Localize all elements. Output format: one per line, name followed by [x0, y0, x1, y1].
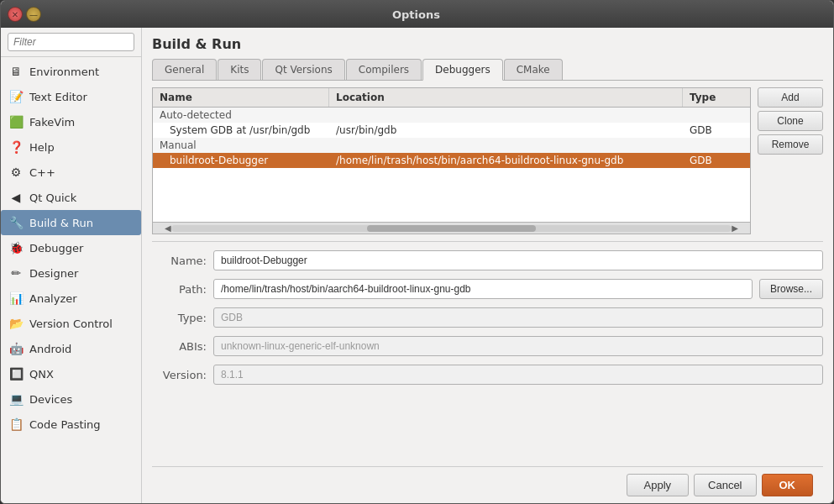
scroll-left-icon[interactable]: ◀	[165, 223, 171, 233]
close-button[interactable]: ✕	[8, 7, 23, 22]
scroll-right-icon[interactable]: ▶	[732, 223, 738, 233]
minimize-button[interactable]: —	[26, 7, 41, 22]
android-icon: 🤖	[8, 340, 24, 357]
type-row: Type:	[152, 307, 823, 328]
abis-row: ABIs:	[152, 336, 823, 356]
devices-icon: 💻	[8, 391, 24, 407]
sidebar-item-label: Help	[29, 141, 55, 154]
type-input	[213, 307, 823, 328]
scrollbar-track[interactable]	[171, 225, 732, 232]
sidebar-item-label: Environment	[29, 66, 99, 78]
tab-qtversions[interactable]: Qt Versions	[262, 59, 344, 80]
path-input[interactable]	[213, 279, 753, 299]
sidebar-item-codepasting[interactable]: 📋 Code Pasting	[1, 412, 141, 437]
content-area: 🖥 Environment 📝 Text Editor 🟩 FakeVim ❓ …	[1, 28, 833, 503]
versioncontrol-icon: 📂	[8, 315, 24, 332]
cell-name: System GDB at /usr/bin/gdb	[153, 123, 329, 138]
options-window: ✕ — Options 🖥 Environment 📝 Text Editor …	[0, 0, 834, 504]
cell-name-selected: buildroot-Debugger	[153, 153, 329, 168]
page-title: Build & Run	[152, 36, 823, 52]
analyzer-icon: 📊	[8, 290, 24, 307]
remove-button[interactable]: Remove	[758, 134, 823, 155]
sidebar-item-label: QNX	[29, 368, 54, 381]
detail-form: Name: Path: Browse... Type: ABIs:	[152, 241, 823, 393]
table-header: Name Location Type	[153, 88, 750, 108]
sidebar-item-label: C++	[29, 166, 55, 179]
table-section: Name Location Type Auto-detected System …	[152, 87, 823, 234]
cell-type: GDB	[683, 123, 750, 138]
cell-location: /usr/bin/gdb	[329, 123, 683, 138]
apply-button[interactable]: Apply	[627, 474, 690, 496]
sidebar-item-texteditor[interactable]: 📝 Text Editor	[1, 84, 141, 109]
scrollbar-thumb[interactable]	[367, 225, 535, 232]
table-scrollbar[interactable]: ◀ ▶	[153, 222, 750, 234]
bottom-bar: Apply Cancel OK	[152, 466, 823, 503]
sidebar-item-label: Analyzer	[29, 292, 77, 305]
table-row[interactable]: System GDB at /usr/bin/gdb /usr/bin/gdb …	[153, 123, 750, 138]
table-row-selected[interactable]: buildroot-Debugger /home/lin/trash/host/…	[153, 153, 750, 168]
name-row: Name:	[152, 250, 823, 270]
abis-input	[213, 336, 823, 356]
debugger-table: Name Location Type Auto-detected System …	[152, 87, 751, 234]
sidebar-item-cpp[interactable]: ⚙ C++	[1, 160, 141, 185]
debugger-icon: 🐞	[8, 239, 24, 256]
name-input[interactable]	[213, 250, 823, 270]
sidebar-item-fakevim[interactable]: 🟩 FakeVim	[1, 109, 141, 134]
tab-compilers[interactable]: Compilers	[346, 59, 422, 80]
filter-box	[1, 28, 141, 57]
sidebar-item-label: Designer	[29, 267, 78, 280]
ok-button[interactable]: OK	[762, 474, 814, 496]
sidebar-item-label: Code Pasting	[29, 418, 101, 431]
browse-button[interactable]: Browse...	[759, 279, 823, 299]
table-body: Auto-detected System GDB at /usr/bin/gdb…	[153, 108, 750, 222]
sidebar-item-help[interactable]: ❓ Help	[1, 134, 141, 160]
group-header-autodetected: Auto-detected	[153, 108, 750, 123]
tab-content: Name Location Type Auto-detected System …	[152, 81, 823, 466]
tabs-bar: GeneralKitsQt VersionsCompilersDebuggers…	[152, 59, 823, 81]
cpp-icon: ⚙	[8, 164, 24, 181]
tab-general[interactable]: General	[152, 59, 217, 80]
codepasting-icon: 📋	[8, 416, 24, 433]
help-icon: ❓	[8, 139, 24, 155]
cell-location-selected: /home/lin/trash/host/bin/aarch64-buildro…	[329, 153, 683, 168]
sidebar-item-label: Build & Run	[29, 217, 93, 229]
fakevim-icon: 🟩	[8, 113, 24, 130]
version-input	[213, 365, 823, 385]
designer-icon: ✏	[8, 265, 24, 281]
sidebar-item-devices[interactable]: 💻 Devices	[1, 386, 141, 412]
sidebar-item-qtquick[interactable]: ◀ Qt Quick	[1, 185, 141, 210]
sidebar-item-analyzer[interactable]: 📊 Analyzer	[1, 286, 141, 311]
path-label: Path:	[152, 283, 207, 296]
sidebar-item-qnx[interactable]: 🔲 QNX	[1, 361, 141, 386]
tab-cmake[interactable]: CMake	[504, 59, 563, 80]
sidebar-item-buildrun[interactable]: 🔧 Build & Run	[1, 210, 141, 235]
sidebar-item-versioncontrol[interactable]: 📂 Version Control	[1, 311, 141, 336]
abis-label: ABIs:	[152, 340, 207, 353]
tab-debuggers[interactable]: Debuggers	[422, 59, 503, 81]
sidebar-item-debugger[interactable]: 🐞 Debugger	[1, 235, 141, 260]
name-label: Name:	[152, 255, 207, 267]
main-panel: Build & Run GeneralKitsQt VersionsCompil…	[142, 28, 833, 503]
cancel-button[interactable]: Cancel	[694, 474, 756, 496]
qnx-icon: 🔲	[8, 365, 24, 382]
path-row: Path: Browse...	[152, 279, 823, 299]
sidebar-item-environment[interactable]: 🖥 Environment	[1, 59, 141, 84]
sidebar-list: 🖥 Environment 📝 Text Editor 🟩 FakeVim ❓ …	[1, 57, 141, 503]
texteditor-icon: 📝	[8, 88, 24, 105]
add-button[interactable]: Add	[758, 87, 823, 108]
table-side-buttons: Add Clone Remove	[758, 87, 823, 234]
window-title: Options	[48, 8, 784, 21]
sidebar-item-label: Android	[29, 343, 71, 355]
version-label: Version:	[152, 369, 207, 381]
sidebar-item-label: FakeVim	[29, 116, 75, 129]
clone-button[interactable]: Clone	[758, 111, 823, 131]
filter-input[interactable]	[8, 33, 134, 51]
tab-kits[interactable]: Kits	[218, 59, 261, 80]
sidebar-item-android[interactable]: 🤖 Android	[1, 336, 141, 361]
sidebar-item-label: Version Control	[29, 318, 113, 330]
col-type: Type	[683, 88, 750, 107]
sidebar-item-designer[interactable]: ✏ Designer	[1, 260, 141, 286]
col-name: Name	[153, 88, 329, 107]
sidebar-item-label: Debugger	[29, 242, 83, 255]
sidebar: 🖥 Environment 📝 Text Editor 🟩 FakeVim ❓ …	[1, 28, 142, 503]
